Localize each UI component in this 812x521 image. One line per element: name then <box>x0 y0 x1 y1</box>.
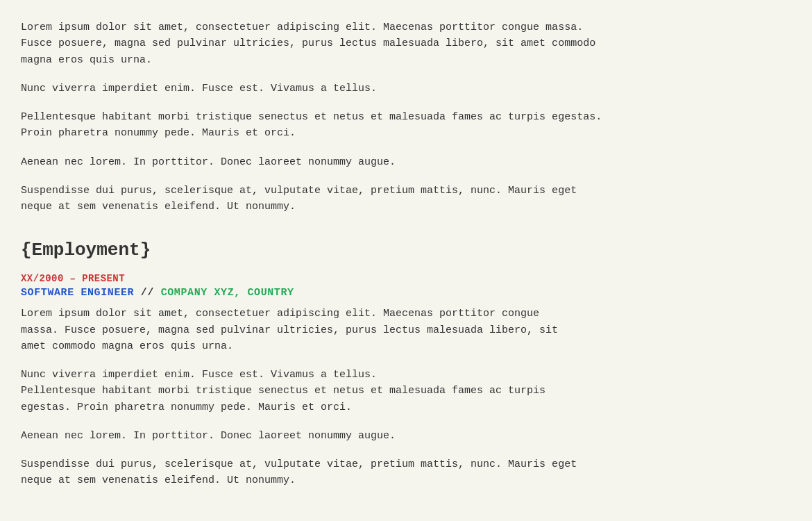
job-desc-p1-text: Lorem ipsum dolor sit amet, consectetuer… <box>21 308 558 352</box>
job-desc-p4: Suspendisse dui purus, scelerisque at, v… <box>21 456 791 489</box>
job-desc-p2: Nunc viverra imperdiet enim. Fusce est. … <box>21 367 791 415</box>
job-date: XX/2000 – PRESENT <box>21 273 791 284</box>
job-desc-p4-text: Suspendisse dui purus, scelerisque at, v… <box>21 458 577 486</box>
intro-paragraph-4: Aenean nec lorem. In porttitor. Donec la… <box>21 154 791 170</box>
employment-heading: {Employment} <box>21 240 791 260</box>
intro-p3-text: Pellentesque habitant morbi tristique se… <box>21 111 602 139</box>
employment-section: {Employment} XX/2000 – PRESENT SOFTWARE … <box>21 240 791 488</box>
intro-p4-text: Aenean nec lorem. In porttitor. Donec la… <box>21 156 396 168</box>
job-entry-1: XX/2000 – PRESENT SOFTWARE ENGINEER // C… <box>21 273 791 488</box>
intro-paragraph-2: Nunc viverra imperdiet enim. Fusce est. … <box>21 81 791 97</box>
intro-paragraph-1: Lorem ipsum dolor sit amet, consectetuer… <box>21 19 791 68</box>
job-title: SOFTWARE ENGINEER <box>21 287 134 299</box>
job-country: COUNTRY <box>241 287 294 299</box>
job-separator: // <box>134 287 160 299</box>
intro-paragraph-3: Pellentesque habitant morbi tristique se… <box>21 109 791 142</box>
job-company: COMPANY XYZ, <box>161 287 241 299</box>
intro-section: Lorem ipsum dolor sit amet, consectetuer… <box>21 19 791 215</box>
job-desc-p1: Lorem ipsum dolor sit amet, consectetuer… <box>21 306 791 354</box>
job-desc-p3: Aenean nec lorem. In porttitor. Donec la… <box>21 428 791 444</box>
intro-p1-text: Lorem ipsum dolor sit amet, consectetuer… <box>21 22 595 66</box>
job-description: Lorem ipsum dolor sit amet, consectetuer… <box>21 306 791 488</box>
intro-p2-text: Nunc viverra imperdiet enim. Fusce est. … <box>21 83 377 94</box>
job-desc-p2-text: Nunc viverra imperdiet enim. Fusce est. … <box>21 369 545 413</box>
intro-p5-text: Suspendisse dui purus, scelerisque at, v… <box>21 185 577 213</box>
intro-paragraph-5: Suspendisse dui purus, scelerisque at, v… <box>21 183 791 215</box>
job-title-line: SOFTWARE ENGINEER // COMPANY XYZ, COUNTR… <box>21 287 791 299</box>
page-container: Lorem ipsum dolor sit amet, consectetuer… <box>0 0 812 521</box>
job-desc-p3-text: Aenean nec lorem. In porttitor. Donec la… <box>21 430 396 442</box>
